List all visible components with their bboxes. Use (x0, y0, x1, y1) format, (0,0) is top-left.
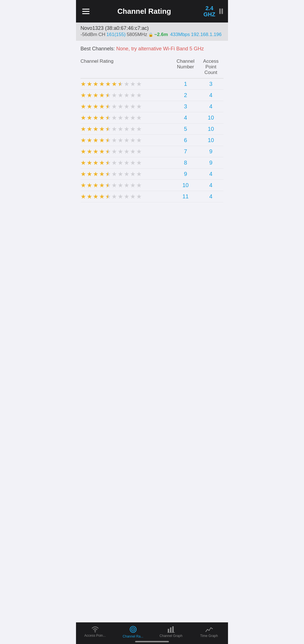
channel-number: 7 (173, 148, 198, 155)
ap-count-value: 4 (198, 171, 223, 177)
star-empty: ★ (118, 92, 123, 98)
star-full: ★ (99, 115, 105, 121)
star-empty: ★ (130, 126, 136, 132)
star-half: ★ ★ (105, 160, 111, 166)
star-full: ★ (81, 149, 86, 155)
home-indicator (135, 641, 169, 642)
lock-icon: 🔒 (148, 32, 153, 37)
star-full: ★ (81, 92, 86, 98)
frequency-value: 5805MHz (127, 32, 147, 37)
star-empty: ★ (118, 171, 123, 177)
ap-count-value: 4 (198, 103, 223, 110)
table-row: ★★★★ ★ ★ ★★★★★ 11 4 (81, 191, 223, 202)
table-row: ★★★★★★ ★ ★ ★★★ 1 3 (81, 78, 223, 90)
table-row: ★★★★ ★ ★ ★★★★★ 10 4 (81, 180, 223, 191)
svg-point-2 (133, 629, 134, 630)
table-row: ★★★★ ★ ★ ★★★★★ 6 10 (81, 135, 223, 146)
channel-rating-table: Channel Rating Channel Number Access Poi… (76, 55, 228, 207)
stars-cell: ★★★★ ★ ★ ★★★★★ (81, 194, 173, 200)
star-half: ★ ★ (105, 182, 111, 189)
nav-channel-graph[interactable]: Channel Graph (152, 626, 190, 638)
wifi-icon (91, 626, 99, 632)
star-full: ★ (93, 126, 99, 132)
time-graph-icon (205, 626, 213, 633)
star-empty: ★ (111, 104, 117, 110)
star-full: ★ (87, 137, 92, 143)
star-empty: ★ (111, 160, 117, 166)
star-full: ★ (81, 126, 86, 132)
star-full: ★ (93, 104, 99, 110)
star-empty: ★ (136, 182, 142, 189)
table-row: ★★★★ ★ ★ ★★★★★ 2 4 (81, 90, 223, 101)
channel-number: 8 (173, 160, 198, 166)
star-full: ★ (105, 81, 111, 87)
star-empty: ★ (124, 160, 129, 166)
ap-count-value: 10 (198, 126, 223, 132)
star-empty: ★ (130, 194, 136, 200)
table-row: ★★★★ ★ ★ ★★★★★ 5 10 (81, 124, 223, 135)
star-empty: ★ (124, 194, 129, 200)
nav-time-graph-label: Time Graph (200, 634, 218, 638)
star-full: ★ (87, 92, 92, 98)
channel-number: 10 (173, 182, 198, 189)
star-full: ★ (81, 137, 86, 143)
star-empty: ★ (124, 171, 129, 177)
star-full: ★ (99, 171, 105, 177)
star-empty: ★ (136, 160, 142, 166)
channel-number: 3 (173, 103, 198, 110)
nav-access-points[interactable]: Access Poin... (76, 626, 114, 638)
star-half: ★ ★ (105, 137, 111, 143)
nav-time-graph[interactable]: Time Graph (190, 626, 228, 638)
frequency-badge[interactable]: 2.4 GHZ (204, 5, 215, 17)
ap-count-value: 4 (198, 182, 223, 189)
nav-channel-rating-label: Channel Ra... (123, 634, 143, 638)
star-full: ★ (81, 194, 86, 200)
star-half: ★ ★ (105, 92, 111, 98)
star-full: ★ (99, 81, 105, 87)
stars-cell: ★★★★ ★ ★ ★★★★★ (81, 171, 173, 177)
star-empty: ★ (111, 182, 117, 189)
star-half: ★ ★ (105, 149, 111, 155)
signal-strength: -56dBm (81, 32, 97, 37)
star-empty: ★ (136, 92, 142, 98)
star-empty: ★ (136, 194, 142, 200)
channel-number: 11 (173, 193, 198, 200)
star-full: ★ (99, 194, 105, 200)
star-empty: ★ (111, 126, 117, 132)
star-empty: ★ (111, 171, 117, 177)
star-half: ★ ★ (105, 194, 111, 200)
stars-cell: ★★★★ ★ ★ ★★★★★ (81, 115, 173, 121)
star-empty: ★ (111, 92, 117, 98)
distance-value: ~2.6m (154, 32, 168, 37)
ap-count-value: 3 (198, 81, 223, 87)
star-empty: ★ (111, 115, 117, 121)
star-half: ★ ★ (105, 115, 111, 121)
star-half: ★ ★ (118, 81, 123, 87)
star-full: ★ (93, 194, 99, 200)
ap-count-value: 10 (198, 115, 223, 121)
stars-cell: ★★★★ ★ ★ ★★★★★ (81, 149, 173, 155)
header-right: 2.4 GHZ (204, 5, 223, 17)
star-empty: ★ (118, 137, 123, 143)
star-empty: ★ (111, 149, 117, 155)
svg-rect-5 (172, 626, 174, 632)
star-full: ★ (81, 182, 86, 189)
channel-rating-icon (129, 625, 137, 633)
star-full: ★ (99, 160, 105, 166)
star-full: ★ (93, 137, 99, 143)
star-full: ★ (87, 182, 92, 189)
stars-cell: ★★★★ ★ ★ ★★★★★ (81, 104, 173, 110)
channel-number: 5 (173, 126, 198, 132)
star-full: ★ (93, 171, 99, 177)
best-channels-section: Best Channels: None, try alternative Wi-… (76, 41, 228, 55)
star-full: ★ (81, 160, 86, 166)
ip-address: 192.168.1.196 (191, 32, 222, 37)
channel-number: 4 (173, 115, 198, 121)
pause-button[interactable] (219, 8, 223, 14)
star-empty: ★ (124, 115, 129, 121)
star-empty: ★ (136, 171, 142, 177)
star-empty: ★ (130, 171, 136, 177)
table-row: ★★★★ ★ ★ ★★★★★ 4 10 (81, 112, 223, 124)
nav-channel-rating[interactable]: Channel Ra... (114, 625, 152, 638)
channel-rows-container: ★★★★★★ ★ ★ ★★★ 1 3 ★★★★ ★ ★ ★★★★★ 2 4 ★★… (81, 78, 223, 202)
